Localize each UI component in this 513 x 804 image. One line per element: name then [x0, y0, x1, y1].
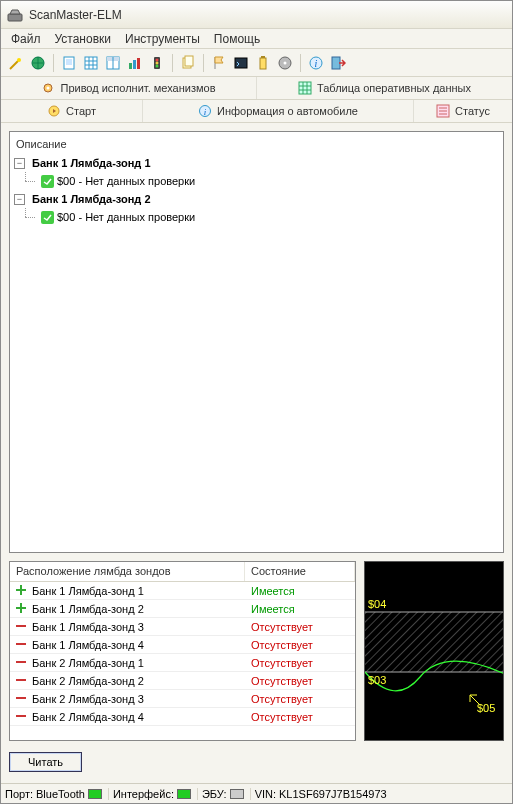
menu-file[interactable]: Файл: [5, 30, 47, 48]
tabbar-1: Привод исполнит. механизмов Таблица опер…: [1, 77, 512, 100]
row-label: Банк 2 Лямбда-зонд 2: [32, 675, 144, 687]
app-window: ScanMaster-ELM Файл Установки Инструмент…: [0, 0, 513, 804]
tree-child[interactable]: $00 - Нет данных проверки: [14, 172, 499, 190]
tab-actuators[interactable]: Привод исполнит. механизмов: [1, 77, 257, 99]
status-vin: VIN: KL1SF697J7B154973: [255, 788, 508, 800]
row-state: Отсутствует: [245, 675, 355, 687]
minus-icon: [14, 673, 28, 689]
table-row[interactable]: Банк 1 Лямбда-зонд 1Имеется: [10, 582, 355, 600]
tab-vehicle-info[interactable]: i Информация о автомобиле: [143, 100, 414, 122]
table-row[interactable]: Банк 2 Лямбда-зонд 4Отсутствует: [10, 708, 355, 726]
status-port: Порт: BlueTooth: [5, 788, 109, 800]
toolbar-separator: [203, 54, 204, 72]
row-state: Отсутствует: [245, 693, 355, 705]
tree-node[interactable]: − Банк 1 Лямбда-зонд 1: [14, 154, 499, 172]
iface-label: Интерфейс:: [113, 788, 174, 800]
table-row[interactable]: Банк 2 Лямбда-зонд 1Отсутствует: [10, 654, 355, 672]
row-state: Имеется: [245, 603, 355, 615]
plot-label-03: $03: [368, 674, 386, 686]
svg-rect-34: [16, 589, 26, 591]
status-icon: [436, 104, 450, 118]
svg-rect-4: [85, 57, 97, 69]
collapse-icon[interactable]: −: [14, 158, 25, 169]
traffic-light-icon[interactable]: [148, 54, 166, 72]
tab-label: Привод исполнит. механизмов: [60, 82, 215, 94]
status-ok-icon: [41, 175, 54, 188]
row-state: Имеется: [245, 585, 355, 597]
table-row[interactable]: Банк 1 Лямбда-зонд 3Отсутствует: [10, 618, 355, 636]
page-icon[interactable]: [60, 54, 78, 72]
read-button[interactable]: Читать: [9, 752, 82, 772]
row-state: Отсутствует: [245, 711, 355, 723]
ecu-led: [230, 789, 244, 799]
table-row[interactable]: Банк 2 Лямбда-зонд 2Отсутствует: [10, 672, 355, 690]
content-area: Описание − Банк 1 Лямбда-зонд 1 $00 - Не…: [1, 123, 512, 783]
exit-icon[interactable]: [329, 54, 347, 72]
row-label: Банк 1 Лямбда-зонд 2: [32, 603, 144, 615]
grid-header: Расположение лямбда зондов Состояние: [10, 562, 355, 582]
minus-icon: [14, 655, 28, 671]
tree-node-label: Банк 1 Лямбда-зонд 2: [32, 193, 151, 205]
tree-branch-icon: [20, 172, 38, 190]
tree-branch-icon: [20, 208, 38, 226]
tab-label: Старт: [66, 105, 96, 117]
svg-rect-26: [299, 82, 311, 94]
minus-icon: [14, 637, 28, 653]
info-icon[interactable]: i: [307, 54, 325, 72]
svg-rect-8: [133, 60, 136, 69]
table-row[interactable]: Банк 2 Лямбда-зонд 3Отсутствует: [10, 690, 355, 708]
toolbar-separator: [53, 54, 54, 72]
row-label: Банк 1 Лямбда-зонд 4: [32, 639, 144, 651]
button-row: Читать: [9, 749, 504, 775]
battery-icon[interactable]: [254, 54, 272, 72]
tree-node[interactable]: − Банк 1 Лямбда-зонд 2: [14, 190, 499, 208]
grid-icon[interactable]: [82, 54, 100, 72]
svg-point-11: [156, 58, 159, 61]
flag-icon[interactable]: [210, 54, 228, 72]
svg-rect-42: [16, 715, 26, 717]
globe-icon[interactable]: [29, 54, 47, 72]
tab-status[interactable]: Статус: [414, 100, 512, 122]
table-alt-icon[interactable]: [104, 54, 122, 72]
menu-help[interactable]: Помощь: [208, 30, 266, 48]
wand-icon[interactable]: [7, 54, 25, 72]
statusbar: Порт: BlueTooth Интерфейс: ЭБУ: VIN: KL1…: [1, 783, 512, 803]
tree-title: Описание: [16, 138, 499, 150]
tab-data-table[interactable]: Таблица оперативных данных: [257, 77, 512, 99]
tree-child[interactable]: $00 - Нет данных проверки: [14, 208, 499, 226]
svg-rect-41: [16, 697, 26, 699]
waveform-svg: $04 $03 $05: [365, 562, 504, 741]
start-icon: [47, 104, 61, 118]
port-led: [88, 789, 102, 799]
minus-icon: [14, 691, 28, 707]
vin-label: VIN:: [255, 788, 276, 800]
svg-rect-18: [261, 56, 265, 58]
menu-settings[interactable]: Установки: [49, 30, 117, 48]
terminal-icon[interactable]: [232, 54, 250, 72]
chart-icon[interactable]: [126, 54, 144, 72]
row-state: Отсутствует: [245, 621, 355, 633]
svg-rect-16: [235, 58, 247, 68]
plus-icon: [14, 583, 28, 599]
svg-rect-39: [16, 661, 26, 663]
tab-start[interactable]: Старт: [1, 100, 143, 122]
row-label: Банк 1 Лямбда-зонд 1: [32, 585, 144, 597]
svg-text:i: i: [315, 58, 318, 69]
svg-rect-32: [41, 211, 54, 224]
collapse-icon[interactable]: −: [14, 194, 25, 205]
toolbar-separator: [300, 54, 301, 72]
copy-icon[interactable]: [179, 54, 197, 72]
tree-node-label: Банк 1 Лямбда-зонд 1: [32, 157, 151, 169]
col-location: Расположение лямбда зондов: [10, 562, 245, 581]
menu-tools[interactable]: Инструменты: [119, 30, 206, 48]
svg-rect-23: [332, 57, 340, 69]
table-row[interactable]: Банк 1 Лямбда-зонд 4Отсутствует: [10, 636, 355, 654]
ecu-label: ЭБУ:: [202, 788, 227, 800]
svg-point-25: [47, 87, 50, 90]
row-state: Отсутствует: [245, 639, 355, 651]
disc-icon[interactable]: [276, 54, 294, 72]
bottom-row: Расположение лямбда зондов Состояние Бан…: [9, 561, 504, 741]
table-row[interactable]: Банк 1 Лямбда-зонд 2Имеется: [10, 600, 355, 618]
svg-rect-7: [129, 63, 132, 69]
col-state: Состояние: [245, 562, 355, 581]
